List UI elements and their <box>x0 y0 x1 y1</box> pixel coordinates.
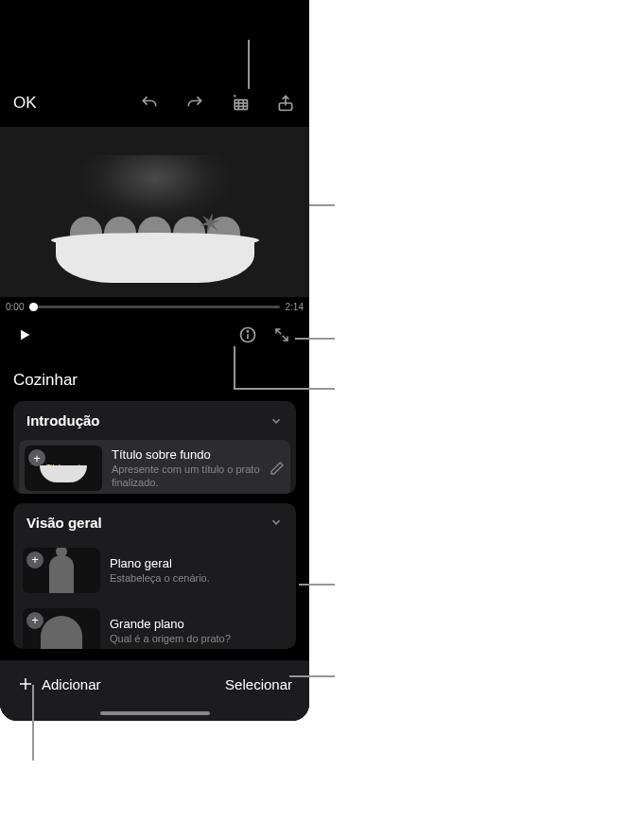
share-icon[interactable] <box>275 93 296 114</box>
clip-description: Apresente com um título o prato finaliza… <box>112 464 260 488</box>
section-title: Introdução <box>26 412 100 429</box>
clip-thumbnail[interactable]: + Título aqui <box>25 446 102 491</box>
add-media-icon[interactable]: + <box>26 551 44 569</box>
callout-line <box>309 204 335 206</box>
callout-line <box>32 685 34 761</box>
add-button[interactable]: Adicionar <box>17 675 101 692</box>
select-button[interactable]: Selecionar <box>225 676 292 692</box>
ok-button[interactable]: OK <box>13 94 37 113</box>
home-indicator <box>100 711 210 715</box>
section-header[interactable]: Introdução <box>13 401 296 440</box>
callout-line <box>234 346 235 388</box>
chevron-down-icon <box>270 516 283 529</box>
toolbar: OK <box>0 79 309 127</box>
svg-point-8 <box>247 331 248 332</box>
clip-thumbnail[interactable]: + <box>23 608 100 649</box>
svg-rect-0 <box>235 100 247 110</box>
playback-controls <box>0 316 309 354</box>
storyboard-sections: Introdução + Título aqui Título sobre fu… <box>0 401 309 649</box>
timeline-track[interactable] <box>29 306 279 308</box>
callout-line <box>248 40 250 89</box>
redo-icon[interactable] <box>184 93 205 114</box>
clip-description: Estabeleça o cenário. <box>110 572 287 585</box>
play-button[interactable] <box>17 327 32 342</box>
callout-line <box>295 338 335 340</box>
section-title: Visão geral <box>26 515 102 531</box>
project-title: Cozinhar <box>0 354 309 401</box>
add-media-icon[interactable]: + <box>28 449 45 466</box>
clip-item[interactable]: + Grande plano Qual é a origem do prato? <box>13 603 296 649</box>
app-window: OK ✶ <box>0 0 309 721</box>
info-icon[interactable] <box>237 324 258 345</box>
clip-title: Grande plano <box>110 617 287 631</box>
undo-icon[interactable] <box>139 93 160 114</box>
bottom-bar: Adicionar Selecionar <box>0 660 309 721</box>
section-intro: Introdução + Título aqui Título sobre fu… <box>13 401 296 494</box>
clip-title: Título sobre fundo <box>112 447 260 462</box>
clip-thumbnail[interactable]: + <box>23 548 100 593</box>
video-preview[interactable]: ✶ <box>0 127 309 297</box>
clip-title: Plano geral <box>110 556 287 570</box>
start-time: 0:00 <box>6 302 24 312</box>
callout-line <box>299 584 335 586</box>
end-time: 2:14 <box>286 302 304 312</box>
chevron-down-icon <box>270 414 283 428</box>
callout-line <box>234 388 335 390</box>
fullscreen-icon[interactable] <box>271 324 292 345</box>
section-overview: Visão geral + Plano geral Estabeleça o c… <box>13 503 296 649</box>
add-media-icon[interactable]: + <box>26 612 44 629</box>
playhead[interactable] <box>29 303 38 311</box>
clip-item[interactable]: + Título aqui Título sobre fundo Apresen… <box>19 440 290 494</box>
magic-timeline-icon[interactable] <box>230 93 251 114</box>
callout-line <box>289 675 335 677</box>
timeline-scrubber[interactable]: 0:00 2:14 <box>0 297 309 316</box>
clip-item[interactable]: + Plano geral Estabeleça o cenário. <box>13 542 296 603</box>
clip-description: Qual é a origem do prato? <box>110 633 287 645</box>
add-label: Adicionar <box>42 676 101 692</box>
section-header[interactable]: Visão geral <box>13 503 296 542</box>
edit-pencil-icon[interactable] <box>270 461 285 476</box>
